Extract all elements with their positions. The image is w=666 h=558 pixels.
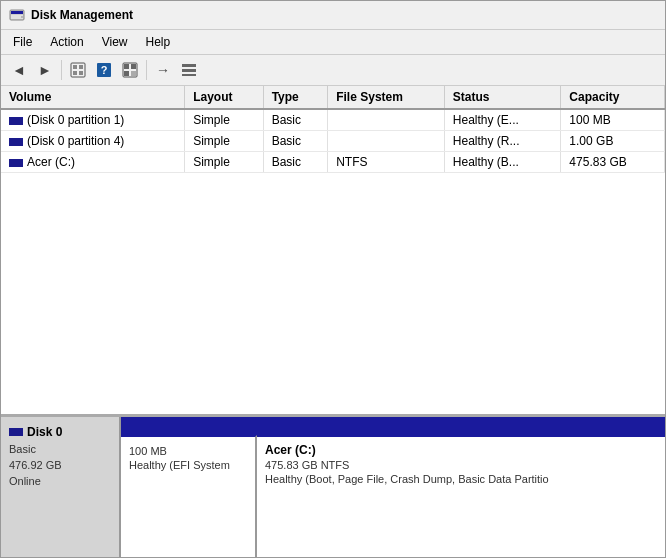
- col-header-type: Type: [263, 86, 328, 109]
- rescan-button[interactable]: [118, 58, 142, 82]
- cell-status: Healthy (R...: [444, 131, 561, 152]
- back-button[interactable]: ◄: [7, 58, 31, 82]
- menu-file[interactable]: File: [5, 32, 40, 52]
- map-button[interactable]: →: [151, 58, 175, 82]
- cell-filesystem: [328, 131, 445, 152]
- disk-icon: [9, 117, 23, 125]
- col-header-status: Status: [444, 86, 561, 109]
- partition-efi-size: 100 MB: [129, 445, 247, 457]
- svg-text:?: ?: [101, 64, 108, 76]
- table-row[interactable]: (Disk 0 partition 4) Simple Basic Health…: [1, 131, 665, 152]
- partition-block-efi[interactable]: 100 MB Healthy (EFI System: [121, 435, 257, 557]
- partition-main-detail: Healthy (Boot, Page File, Crash Dump, Ba…: [265, 473, 657, 485]
- partition-block-main[interactable]: Acer (C:) 475.83 GB NTFS Healthy (Boot, …: [257, 435, 665, 557]
- menu-bar: File Action View Help: [1, 30, 665, 55]
- cell-capacity: 475.83 GB: [561, 152, 665, 173]
- forward-button[interactable]: ►: [33, 58, 57, 82]
- svg-rect-8: [79, 71, 83, 75]
- window-title: Disk Management: [31, 8, 133, 22]
- disk-label-row: Disk 0: [9, 425, 111, 439]
- cell-layout: Simple: [185, 131, 263, 152]
- table-header-row: Volume Layout Type File System Status Ca…: [1, 86, 665, 109]
- cell-filesystem: NTFS: [328, 152, 445, 173]
- disk-label: Disk 0: [27, 425, 62, 439]
- cell-type: Basic: [263, 131, 328, 152]
- disk-label-icon: [9, 428, 23, 436]
- disk-size: 476.92 GB: [9, 459, 111, 471]
- disk-bar-main-segment: [257, 417, 665, 435]
- main-content: Volume Layout Type File System Status Ca…: [1, 86, 665, 557]
- cell-volume: Acer (C:): [1, 152, 185, 173]
- svg-rect-12: [124, 64, 129, 69]
- partition-main-size: 475.83 GB NTFS: [265, 459, 657, 471]
- cell-volume: (Disk 0 partition 4): [1, 131, 185, 152]
- help-button[interactable]: ?: [92, 58, 116, 82]
- toolbar-separator-2: [146, 60, 147, 80]
- toolbar-separator-1: [61, 60, 62, 80]
- properties-button[interactable]: [66, 58, 90, 82]
- col-header-volume: Volume: [1, 86, 185, 109]
- cell-volume: (Disk 0 partition 1): [1, 109, 185, 131]
- cell-type: Basic: [263, 152, 328, 173]
- col-header-layout: Layout: [185, 86, 263, 109]
- cell-capacity: 1.00 GB: [561, 131, 665, 152]
- svg-rect-17: [182, 69, 196, 72]
- svg-rect-18: [182, 74, 196, 76]
- cell-layout: Simple: [185, 152, 263, 173]
- disk-label-panel: Disk 0 Basic 476.92 GB Online: [1, 417, 121, 557]
- lower-panel: Disk 0 Basic 476.92 GB Online 100 MB: [1, 417, 665, 557]
- app-icon: [9, 7, 25, 23]
- table-row[interactable]: (Disk 0 partition 1) Simple Basic Health…: [1, 109, 665, 131]
- cell-capacity: 100 MB: [561, 109, 665, 131]
- svg-rect-7: [73, 71, 77, 75]
- svg-rect-6: [79, 65, 83, 69]
- cell-layout: Simple: [185, 109, 263, 131]
- toolbar: ◄ ► ?: [1, 55, 665, 86]
- svg-point-3: [21, 16, 23, 18]
- disk-bar: [121, 417, 665, 435]
- disk-management-window: Disk Management File Action View Help ◄ …: [0, 0, 666, 558]
- partition-efi-detail: Healthy (EFI System: [129, 459, 247, 471]
- svg-rect-14: [124, 71, 129, 76]
- menu-action[interactable]: Action: [42, 32, 91, 52]
- disk-visual-panel: 100 MB Healthy (EFI System Acer (C:) 475…: [121, 417, 665, 557]
- table-row[interactable]: Acer (C:) Simple Basic NTFS Healthy (B..…: [1, 152, 665, 173]
- cell-filesystem: [328, 109, 445, 131]
- svg-rect-13: [131, 64, 136, 69]
- disk-icon: [9, 159, 23, 167]
- volume-table-panel: Volume Layout Type File System Status Ca…: [1, 86, 665, 417]
- cell-status: Healthy (B...: [444, 152, 561, 173]
- disk-icon: [9, 138, 23, 146]
- svg-rect-16: [182, 64, 196, 67]
- col-header-capacity: Capacity: [561, 86, 665, 109]
- svg-rect-5: [73, 65, 77, 69]
- menu-help[interactable]: Help: [138, 32, 179, 52]
- partition-main-title: Acer (C:): [265, 443, 657, 457]
- disk-partitions: 100 MB Healthy (EFI System Acer (C:) 475…: [121, 435, 665, 557]
- disk-bar-efi-segment: [121, 417, 257, 435]
- disk-type: Basic: [9, 443, 111, 455]
- cell-status: Healthy (E...: [444, 109, 561, 131]
- volume-table: Volume Layout Type File System Status Ca…: [1, 86, 665, 173]
- disk-status: Online: [9, 475, 111, 487]
- menu-view[interactable]: View: [94, 32, 136, 52]
- svg-rect-15: [131, 71, 136, 76]
- cell-type: Basic: [263, 109, 328, 131]
- col-header-filesystem: File System: [328, 86, 445, 109]
- svg-rect-1: [11, 11, 23, 14]
- view-button[interactable]: [177, 58, 201, 82]
- title-bar: Disk Management: [1, 1, 665, 30]
